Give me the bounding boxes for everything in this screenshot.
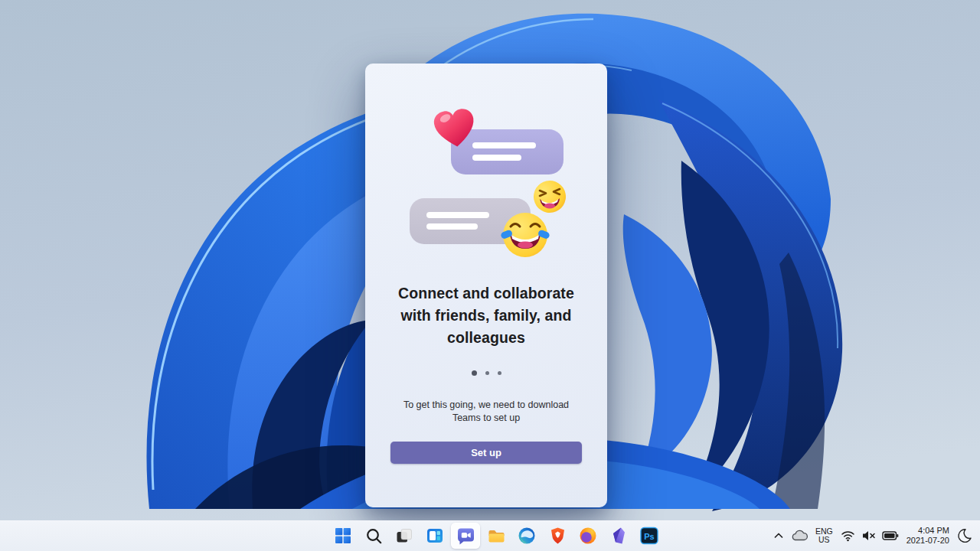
battery-button[interactable] — [879, 523, 902, 548]
brave-icon — [549, 527, 567, 545]
chat-line — [426, 223, 478, 230]
carousel-dot — [485, 371, 489, 375]
teams-chat-icon — [456, 527, 475, 546]
dialog-body-text: To get this going, we need to download T… — [365, 399, 607, 425]
file-explorer-button[interactable] — [481, 520, 511, 551]
chat-line — [472, 155, 521, 161]
onedrive-button[interactable] — [788, 523, 811, 548]
clock[interactable]: 4:04 PM 2021-07-20 — [902, 523, 954, 548]
laughing-tears-emoji-icon — [500, 210, 550, 260]
chevron-up-icon — [773, 530, 785, 542]
chat-line — [426, 212, 489, 218]
photoshop-badge-text: Ps — [644, 532, 654, 541]
carousel-dot — [498, 371, 501, 375]
teams-chat-button[interactable] — [451, 523, 480, 549]
file-explorer-icon — [487, 527, 506, 546]
search-icon — [365, 527, 383, 545]
carousel-dot-active — [472, 370, 477, 376]
language-indicator[interactable]: ENG US — [811, 523, 838, 548]
heart-emoji-icon — [433, 107, 477, 150]
taskbar: Ps ENG US — [0, 520, 980, 551]
firefox-button[interactable] — [573, 520, 603, 551]
focus-assist-button[interactable] — [954, 523, 975, 548]
widgets-icon — [426, 527, 444, 545]
obsidian-button[interactable] — [603, 520, 634, 551]
tray-overflow-button[interactable] — [769, 523, 788, 548]
edge-button[interactable] — [511, 520, 542, 551]
task-view-icon — [395, 527, 413, 545]
network-button[interactable] — [838, 523, 858, 548]
volume-button[interactable] — [858, 523, 879, 548]
start-button[interactable] — [328, 520, 358, 551]
onedrive-cloud-icon — [791, 530, 808, 542]
task-view-button[interactable] — [389, 520, 420, 551]
language-line2: US — [818, 536, 830, 544]
wifi-icon — [841, 530, 855, 542]
search-button[interactable] — [358, 520, 389, 551]
carousel-dots — [365, 369, 607, 377]
time-text: 4:04 PM — [918, 526, 949, 536]
windows-start-icon — [335, 527, 351, 544]
photoshop-button[interactable]: Ps — [634, 520, 665, 551]
date-text: 2021-07-20 — [906, 536, 949, 546]
brave-button[interactable] — [542, 520, 573, 551]
obsidian-icon — [610, 527, 627, 545]
taskbar-center-icons: Ps — [328, 520, 665, 551]
edge-icon — [518, 527, 536, 545]
focus-assist-moon-icon — [957, 528, 972, 543]
system-tray: ENG US 4:04 — [769, 520, 975, 551]
chat-line — [472, 142, 536, 148]
volume-muted-icon — [861, 530, 876, 542]
firefox-icon — [579, 527, 597, 545]
widgets-button[interactable] — [420, 520, 450, 551]
photoshop-icon: Ps — [640, 527, 658, 545]
set-up-button[interactable]: Set up — [390, 442, 582, 464]
dialog-heading: Connect and collaborate with friends, fa… — [365, 282, 607, 349]
teams-setup-dialog: Connect and collaborate with friends, fa… — [365, 64, 607, 507]
battery-full-icon — [882, 530, 899, 541]
